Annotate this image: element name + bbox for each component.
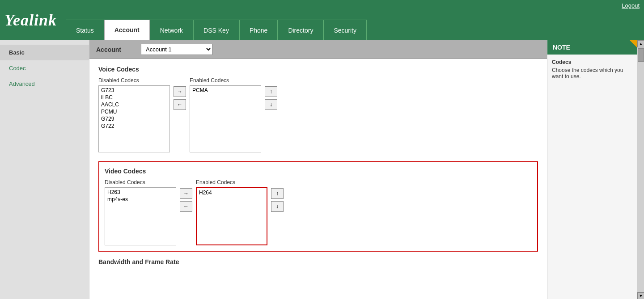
sidebar-item-advanced[interactable]: Advanced [0,76,89,92]
voice-enabled-group: Enabled Codecs PCMA [190,77,261,152]
voice-add-button[interactable]: → [174,86,186,97]
voice-down-button[interactable]: ↓ [265,99,277,110]
voice-enabled-label: Enabled Codecs [190,77,261,84]
tab-status[interactable]: Status [66,20,104,40]
note-header-wrapper: NOTE [547,40,637,55]
voice-disabled-listbox[interactable]: G723 iLBC AACLC PCMU G729 G722 [98,85,170,152]
scroll-down-button[interactable]: ▼ [637,292,644,299]
account-row: Account Account 1 Account 2 Account 3 Ac… [89,40,547,59]
video-disabled-listbox[interactable]: H263 mp4v-es [105,187,176,245]
tab-security[interactable]: Security [323,20,367,40]
content-inner: Voice Codecs Disabled Codecs G723 iLBC A… [89,59,547,272]
note-body: Choose the codecs which you want to use. [552,67,632,80]
video-enabled-group: Enabled Codecs H264 [196,179,267,245]
voice-disabled-label: Disabled Codecs [98,77,170,84]
list-item[interactable]: AACLC [100,101,169,108]
video-codecs-section: Video Codecs Disabled Codecs H263 mp4v-e… [98,161,538,252]
list-item[interactable]: PCMU [100,108,169,115]
sidebar: Basic Codec Advanced [0,40,89,299]
video-remove-button[interactable]: ← [180,201,192,212]
scrollbar[interactable]: ▲ ▼ [637,40,644,299]
tab-directory[interactable]: Directory [278,20,323,40]
note-panel: NOTE Codecs Choose the codecs which you … [547,40,637,299]
list-item[interactable]: G722 [100,122,169,130]
video-enabled-listbox[interactable]: H264 [196,187,267,245]
voice-updown-buttons: ↑ ↓ [265,86,277,110]
account-select[interactable]: Account 1 Account 2 Account 3 Account 4 … [141,44,212,55]
video-disabled-label: Disabled Codecs [105,179,176,185]
top-bar-right: Logout [617,0,644,11]
tab-dss-key[interactable]: DSS Key [193,20,239,40]
list-item[interactable]: mp4v-es [106,196,175,203]
video-up-button[interactable]: ↑ [271,188,284,199]
account-row-label: Account [96,46,132,53]
tab-phone[interactable]: Phone [239,20,278,40]
video-enabled-label: Enabled Codecs [196,179,267,185]
top-bar: Yealink Status Account Network DSS Key P… [0,0,644,40]
video-arrow-buttons: → ← [180,188,192,212]
logo: Yealink [4,11,57,29]
voice-codecs-layout: Disabled Codecs G723 iLBC AACLC PCMU G72… [98,77,538,152]
tab-network[interactable]: Network [150,20,193,40]
main-container: Basic Codec Advanced Account Account 1 A… [0,40,644,299]
nav-tabs: Status Account Network DSS Key Phone Dir… [66,0,367,40]
sidebar-item-basic[interactable]: Basic [0,45,89,60]
video-codecs-layout: Disabled Codecs H263 mp4v-es → ← Enabled… [105,179,532,245]
note-header: NOTE [547,40,637,55]
voice-enabled-listbox[interactable]: PCMA [190,85,261,152]
video-disabled-group: Disabled Codecs H263 mp4v-es [105,179,176,245]
scroll-up-button[interactable]: ▲ [637,40,644,47]
bandwidth-title: Bandwidth and Frame Rate [98,258,538,265]
voice-arrow-buttons: → ← [174,86,186,110]
video-add-button[interactable]: → [180,188,192,199]
voice-remove-button[interactable]: ← [174,99,186,110]
logout-link[interactable]: Logout [622,2,640,9]
content-area: Account Account 1 Account 2 Account 3 Ac… [89,40,547,299]
list-item[interactable]: iLBC [100,94,169,101]
list-item[interactable]: H264 [198,189,266,196]
note-corner-decoration [630,40,637,47]
note-header-label: NOTE [553,44,570,51]
scroll-thumb[interactable] [638,48,644,62]
voice-up-button[interactable]: ↑ [265,86,277,97]
list-item[interactable]: G729 [100,115,169,122]
list-item[interactable]: G723 [100,87,169,94]
list-item[interactable]: PCMA [191,87,260,94]
list-item[interactable]: H263 [106,189,175,196]
note-content: Codecs Choose the codecs which you want … [547,55,637,84]
voice-codecs-title: Voice Codecs [98,66,538,73]
tab-account[interactable]: Account [104,20,150,40]
sidebar-item-codec[interactable]: Codec [0,60,89,76]
video-updown-buttons: ↑ ↓ [271,188,284,212]
video-codecs-title: Video Codecs [105,168,532,175]
voice-disabled-group: Disabled Codecs G723 iLBC AACLC PCMU G72… [98,77,170,152]
video-down-button[interactable]: ↓ [271,201,284,212]
note-subtitle: Codecs [552,59,632,65]
